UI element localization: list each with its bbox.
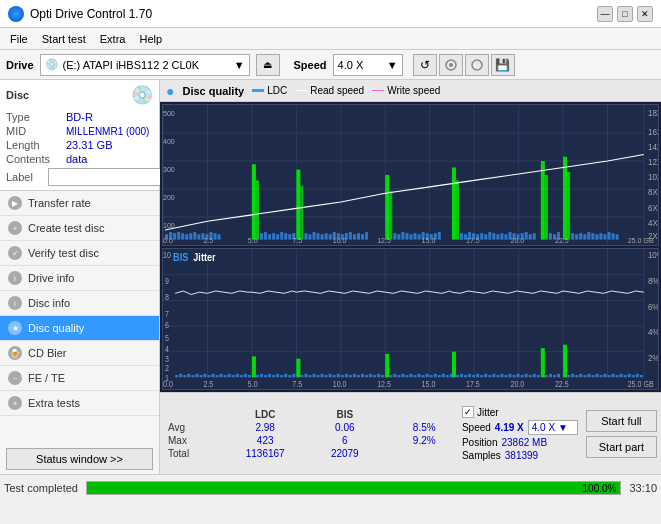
svg-text:16X: 16X bbox=[648, 127, 658, 137]
svg-rect-277 bbox=[595, 374, 598, 377]
maximize-button[interactable]: □ bbox=[617, 6, 633, 22]
sidebar-item-drive-info[interactable]: i Drive info bbox=[0, 266, 159, 291]
svg-text:14X: 14X bbox=[648, 142, 658, 152]
drive-icon: 💿 bbox=[45, 58, 59, 71]
contents-label: Contents bbox=[6, 152, 66, 166]
svg-rect-202 bbox=[272, 375, 275, 377]
start-buttons: Start full Start part bbox=[586, 410, 657, 458]
menu-file[interactable]: File bbox=[4, 31, 34, 47]
svg-rect-77 bbox=[405, 233, 408, 239]
sidebar-item-cd-bier[interactable]: 🍺 CD Bier bbox=[0, 341, 159, 366]
sidebar-item-extra-tests[interactable]: + Extra tests bbox=[0, 391, 159, 416]
stats-table: LDC BIS Avg 2.98 0.06 8.5% bbox=[164, 408, 454, 460]
extra-tests-label: Extra tests bbox=[28, 397, 80, 409]
svg-rect-79 bbox=[414, 233, 417, 239]
minimize-button[interactable]: — bbox=[597, 6, 613, 22]
menu-extra[interactable]: Extra bbox=[94, 31, 132, 47]
samples-value: 381399 bbox=[505, 450, 538, 461]
svg-rect-251 bbox=[480, 375, 483, 377]
svg-rect-55 bbox=[300, 186, 303, 240]
svg-rect-98 bbox=[500, 233, 503, 239]
svg-text:20.0: 20.0 bbox=[511, 379, 525, 389]
svg-rect-234 bbox=[409, 374, 412, 377]
eject-button[interactable]: ⏏ bbox=[256, 54, 280, 76]
svg-rect-269 bbox=[557, 374, 560, 377]
avg-row: Avg 2.98 0.06 8.5% bbox=[164, 421, 454, 434]
sidebar-item-disc-quality[interactable]: ★ Disc quality bbox=[0, 316, 159, 341]
svg-rect-43 bbox=[252, 164, 256, 239]
svg-rect-279 bbox=[603, 374, 606, 377]
drive-bar: Drive 💿 (E:) ATAPI iHBS112 2 CL0K ▼ ⏏ Sp… bbox=[0, 50, 661, 80]
svg-rect-227 bbox=[377, 374, 380, 377]
svg-rect-181 bbox=[252, 356, 256, 377]
menu-help[interactable]: Help bbox=[133, 31, 168, 47]
disc-info-icon: i bbox=[8, 296, 22, 310]
drive-select[interactable]: 💿 (E:) ATAPI iHBS112 2 CL0K ▼ bbox=[40, 54, 250, 76]
svg-rect-93 bbox=[480, 233, 483, 239]
svg-rect-275 bbox=[587, 374, 590, 377]
cd-bier-label: CD Bier bbox=[28, 347, 67, 359]
svg-rect-42 bbox=[218, 234, 221, 239]
svg-rect-179 bbox=[199, 375, 202, 377]
erase-icon[interactable] bbox=[465, 54, 489, 76]
svg-rect-245 bbox=[456, 375, 459, 377]
svg-rect-47 bbox=[268, 234, 271, 239]
total-ldc: 1136167 bbox=[220, 447, 310, 460]
menu-start-test[interactable]: Start test bbox=[36, 31, 92, 47]
svg-rect-56 bbox=[304, 233, 307, 239]
start-full-button[interactable]: Start full bbox=[586, 410, 657, 432]
svg-rect-191 bbox=[224, 375, 227, 377]
svg-rect-48 bbox=[272, 233, 275, 239]
start-part-button[interactable]: Start part bbox=[586, 436, 657, 458]
speed-dropdown-arrow: ▼ bbox=[387, 59, 398, 71]
svg-rect-44 bbox=[256, 180, 259, 239]
svg-text:4%: 4% bbox=[648, 327, 658, 338]
svg-rect-211 bbox=[313, 374, 316, 377]
cd-bier-icon: 🍺 bbox=[8, 346, 22, 360]
svg-rect-217 bbox=[337, 374, 340, 377]
chart-title: Disc quality bbox=[182, 85, 244, 97]
save-icon[interactable]: 💾 bbox=[491, 54, 515, 76]
status-window-button[interactable]: Status window >> bbox=[6, 448, 153, 470]
speed-stat-dropdown[interactable]: 4.0 X ▼ bbox=[528, 420, 578, 435]
jitter-checkbox[interactable]: ✓ bbox=[462, 406, 474, 418]
svg-text:10%: 10% bbox=[648, 250, 658, 261]
sidebar-item-create-test-disc[interactable]: + Create test disc bbox=[0, 216, 159, 241]
svg-rect-119 bbox=[591, 233, 594, 239]
speed-label: Speed bbox=[294, 59, 327, 71]
sidebar-item-transfer-rate[interactable]: ▶ Transfer rate bbox=[0, 191, 159, 216]
svg-rect-124 bbox=[612, 233, 615, 239]
svg-rect-117 bbox=[583, 234, 586, 239]
svg-text:0.0: 0.0 bbox=[163, 236, 173, 245]
sidebar-item-fe-te[interactable]: ~ FE / TE bbox=[0, 366, 159, 391]
svg-rect-178 bbox=[195, 374, 198, 377]
svg-text:12.5: 12.5 bbox=[377, 236, 391, 245]
svg-rect-208 bbox=[300, 375, 303, 377]
speed-row: Speed 4.19 X 4.0 X ▼ bbox=[462, 420, 578, 435]
svg-rect-75 bbox=[397, 234, 400, 239]
svg-rect-32 bbox=[177, 232, 180, 240]
speed-select[interactable]: 4.0 X ▼ bbox=[333, 54, 403, 76]
title-bar: Opti Drive Control 1.70 — □ ✕ bbox=[0, 0, 661, 28]
upper-chart-svg: 18X 16X 14X 12X 10X 8X 6X 4X 2X bbox=[163, 105, 658, 245]
length-label: Length bbox=[6, 138, 66, 152]
jitter-checkbox-row: ✓ Jitter bbox=[462, 406, 578, 418]
refresh-icon[interactable]: ↺ bbox=[413, 54, 437, 76]
svg-rect-52 bbox=[288, 234, 291, 239]
svg-rect-106 bbox=[533, 233, 536, 239]
svg-rect-59 bbox=[317, 233, 320, 239]
svg-rect-225 bbox=[369, 374, 372, 377]
svg-rect-243 bbox=[446, 375, 449, 377]
svg-rect-34 bbox=[185, 234, 188, 239]
close-button[interactable]: ✕ bbox=[637, 6, 653, 22]
svg-rect-284 bbox=[624, 375, 627, 377]
svg-text:15.0: 15.0 bbox=[422, 236, 436, 245]
svg-rect-96 bbox=[492, 233, 495, 239]
sidebar-nav: ▶ Transfer rate + Create test disc ✓ Ver… bbox=[0, 191, 159, 444]
burn-icon[interactable] bbox=[439, 54, 463, 76]
svg-rect-204 bbox=[280, 375, 283, 377]
svg-text:8%: 8% bbox=[648, 275, 658, 286]
sidebar-item-disc-info[interactable]: i Disc info bbox=[0, 291, 159, 316]
svg-rect-182 bbox=[296, 359, 300, 378]
sidebar-item-verify-test-disc[interactable]: ✓ Verify test disc bbox=[0, 241, 159, 266]
